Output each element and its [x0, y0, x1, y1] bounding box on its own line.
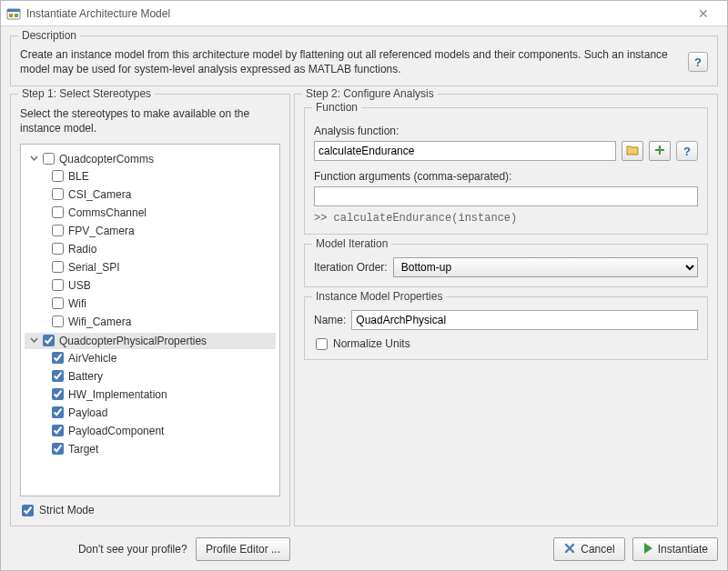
- tree-item-label: Battery: [68, 370, 103, 383]
- tree-item[interactable]: BLE: [25, 168, 276, 185]
- strict-mode-row: Strict Mode: [20, 504, 280, 516]
- tree-item[interactable]: FPV_Camera: [25, 223, 276, 239]
- dialog-footer: Cancel Instantiate: [299, 530, 727, 570]
- iteration-order-label: Iteration Order:: [314, 261, 388, 274]
- instance-properties-group: Instance Model Properties Name: Normaliz…: [304, 296, 708, 360]
- profile-prompt: Don't see your profile?: [78, 543, 187, 556]
- instantiate-button[interactable]: Instantiate: [632, 537, 718, 561]
- tree-item-checkbox[interactable]: [52, 170, 64, 182]
- function-help-button[interactable]: ?: [676, 141, 698, 161]
- tree-item-label: Payload: [68, 406, 107, 419]
- tree-item-label: CSI_Camera: [68, 188, 131, 201]
- tree-item-label: Serial_SPI: [68, 261, 120, 274]
- step1-select-stereotypes: Step 1: Select Stereotypes Select the st…: [10, 94, 290, 526]
- tree-item[interactable]: CSI_Camera: [25, 186, 276, 203]
- tree-group[interactable]: QuadcopterPhysicalProperties: [25, 333, 276, 349]
- tree-item-label: PayloadComponent: [68, 425, 164, 437]
- tree-item-checkbox[interactable]: [52, 406, 64, 418]
- normalize-units-checkbox[interactable]: [316, 338, 328, 350]
- play-icon: [642, 542, 653, 557]
- browse-function-button[interactable]: [622, 141, 643, 161]
- svg-rect-2: [9, 14, 13, 17]
- add-function-button[interactable]: [649, 141, 671, 161]
- app-icon: [6, 6, 21, 21]
- step1-legend: Step 1: Select Stereotypes: [18, 87, 155, 100]
- tree-item[interactable]: HW_Implementation: [25, 386, 276, 403]
- instance-name-label: Name:: [314, 314, 346, 326]
- description-group: Description Create an instance model fro…: [10, 35, 718, 86]
- help-icon: ?: [694, 55, 702, 69]
- chevron-down-icon[interactable]: [28, 154, 39, 165]
- cancel-button[interactable]: Cancel: [553, 537, 624, 561]
- tree-item-label: USB: [68, 279, 91, 292]
- tree-item-checkbox[interactable]: [52, 352, 64, 364]
- iteration-order-select[interactable]: Bottom-up: [393, 257, 698, 277]
- tree-item-label: CommsChannel: [68, 206, 147, 219]
- close-icon[interactable]: ✕: [685, 6, 722, 21]
- tree-item-label: AirVehicle: [68, 352, 116, 365]
- model-iteration-group: Model Iteration Iteration Order: Bottom-…: [304, 244, 708, 287]
- help-button[interactable]: ?: [688, 52, 708, 72]
- chevron-down-icon[interactable]: [28, 336, 39, 346]
- tree-item-checkbox[interactable]: [52, 243, 64, 255]
- profile-editor-button[interactable]: Profile Editor ...: [196, 537, 290, 561]
- tree-item-label: HW_Implementation: [68, 388, 167, 401]
- tree-item[interactable]: Battery: [25, 368, 276, 385]
- tree-item[interactable]: Payload: [25, 405, 276, 421]
- instance-name-input[interactable]: [351, 310, 698, 330]
- tree-item-checkbox[interactable]: [52, 370, 64, 382]
- tree-item-checkbox[interactable]: [52, 443, 64, 455]
- model-iteration-legend: Model Iteration: [312, 237, 391, 250]
- steps-container: Step 1: Select Stereotypes Select the st…: [1, 86, 727, 530]
- tree-item-checkbox[interactable]: [52, 206, 64, 218]
- tree-item[interactable]: Wifi: [25, 296, 276, 312]
- tree-group-checkbox[interactable]: [43, 335, 55, 346]
- tree-item[interactable]: PayloadComponent: [25, 423, 276, 439]
- tree-item-label: BLE: [68, 170, 89, 183]
- tree-group[interactable]: QuadcopterComms: [25, 151, 276, 167]
- stereotype-tree[interactable]: QuadcopterCommsBLECSI_CameraCommsChannel…: [20, 144, 280, 496]
- tree-item-checkbox[interactable]: [52, 188, 64, 200]
- description-legend: Description: [18, 29, 80, 42]
- window-title: Instantiate Architecture Model: [26, 7, 685, 20]
- analysis-function-input[interactable]: [314, 141, 616, 161]
- tree-item-checkbox[interactable]: [52, 279, 64, 291]
- function-args-input[interactable]: [314, 186, 698, 206]
- step2-legend: Step 2: Configure Analysis: [302, 87, 438, 100]
- function-args-label: Function arguments (comma-separated):: [314, 170, 698, 183]
- tree-item-checkbox[interactable]: [52, 297, 64, 309]
- tree-item-label: Wifi_Camera: [68, 316, 131, 328]
- strict-mode-label[interactable]: Strict Mode: [39, 504, 95, 516]
- profile-editor-row: Don't see your profile? Profile Editor .…: [10, 537, 290, 561]
- analysis-function-label: Analysis function:: [314, 125, 698, 137]
- tree-item-label: Target: [68, 443, 98, 456]
- step2-configure-analysis: Step 2: Configure Analysis Function Anal…: [294, 94, 718, 526]
- title-bar: Instantiate Architecture Model ✕: [1, 1, 727, 26]
- folder-icon: [626, 145, 639, 158]
- normalize-units-label[interactable]: Normalize Units: [333, 337, 410, 350]
- tree-item[interactable]: CommsChannel: [25, 205, 276, 221]
- tree-item[interactable]: USB: [25, 277, 276, 294]
- tree-item-checkbox[interactable]: [52, 388, 64, 400]
- strict-mode-checkbox[interactable]: [22, 505, 34, 516]
- tree-item-label: Wifi: [68, 297, 86, 310]
- tree-item-checkbox[interactable]: [52, 316, 64, 327]
- tree-item[interactable]: Target: [25, 441, 276, 457]
- dialog-window: Instantiate Architecture Model ✕ Descrip…: [0, 0, 728, 571]
- tree-item[interactable]: Wifi_Camera: [25, 314, 276, 330]
- tree-item-checkbox[interactable]: [52, 261, 64, 273]
- tree-item[interactable]: Radio: [25, 241, 276, 257]
- tree-item[interactable]: AirVehicle: [25, 350, 276, 366]
- tree-item-checkbox[interactable]: [52, 425, 64, 436]
- svg-rect-1: [7, 9, 20, 12]
- tree-group-label: QuadcopterPhysicalProperties: [59, 335, 207, 347]
- tree-group-label: QuadcopterComms: [59, 153, 154, 165]
- tree-group-checkbox[interactable]: [43, 153, 55, 165]
- function-preview: >> calculateEndurance(instance): [314, 212, 698, 225]
- tree-item-checkbox[interactable]: [52, 225, 64, 236]
- step1-hint: Select the stereotypes to make available…: [20, 107, 280, 135]
- tree-item[interactable]: Serial_SPI: [25, 259, 276, 275]
- help-icon: ?: [683, 145, 691, 158]
- tree-item-label: Radio: [68, 243, 96, 255]
- cancel-icon: [563, 542, 576, 557]
